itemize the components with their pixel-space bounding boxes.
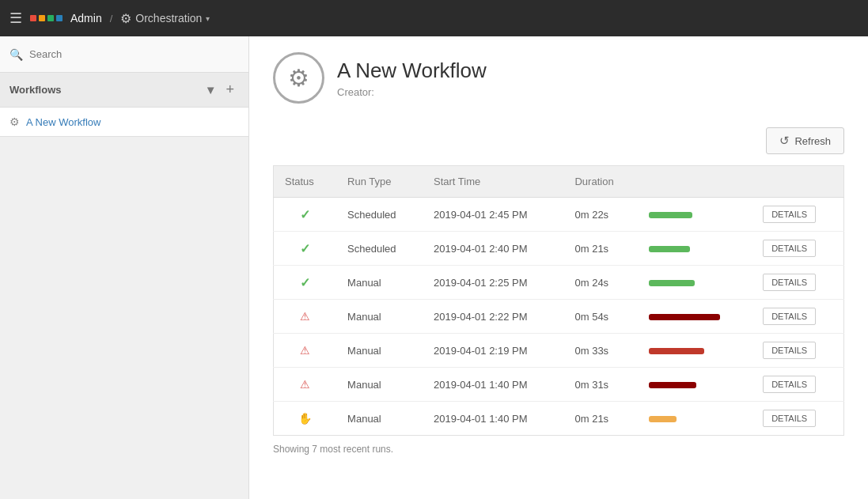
refresh-icon: ↺ (779, 134, 790, 148)
table-row: ⚠ Manual 2019-04-01 1:40 PM 0m 31s DETAI… (274, 368, 844, 402)
table-header-row: Status Run Type Start Time Duration (274, 166, 844, 198)
cell-duration: 0m 21s (563, 402, 638, 436)
table-row: ⚠ Manual 2019-04-01 2:22 PM 0m 54s DETAI… (274, 300, 844, 334)
cell-bar (638, 334, 752, 368)
duration-bar (649, 280, 695, 286)
cell-details: DETAILS (752, 300, 843, 334)
cell-run-type: Manual (336, 266, 423, 300)
cell-details: DETAILS (752, 266, 843, 300)
search-input[interactable] (29, 48, 239, 60)
status-warn-icon: ⚠ (300, 310, 310, 323)
runs-table: Status Run Type Start Time Duration ✓ Sc… (273, 165, 844, 436)
col-header-bar (638, 166, 752, 198)
duration-bar (649, 314, 720, 320)
cell-start-time: 2019-04-01 1:40 PM (423, 402, 563, 436)
details-button[interactable]: DETAILS (763, 206, 816, 223)
cell-details: DETAILS (752, 368, 843, 402)
cell-bar (638, 198, 752, 232)
sidebar-item-new-workflow[interactable]: ⚙ A New Workflow (0, 108, 248, 137)
status-warn-icon: ⚠ (300, 344, 310, 357)
top-navigation: ☰ Admin / ⚙ Orchestration ▾ (0, 0, 868, 36)
cell-start-time: 2019-04-01 2:22 PM (423, 300, 563, 334)
add-workflow-button[interactable]: + (221, 78, 239, 101)
cell-details: DETAILS (752, 198, 843, 232)
cell-start-time: 2019-04-01 1:40 PM (423, 368, 563, 402)
cell-status: ⚠ (274, 334, 337, 368)
cell-details: DETAILS (752, 232, 843, 266)
cell-start-time: 2019-04-01 2:19 PM (423, 334, 563, 368)
workflows-header: Workflows ▼ + (0, 73, 248, 108)
col-header-status: Status (274, 166, 337, 198)
duration-bar (649, 246, 690, 252)
cell-bar (638, 402, 752, 436)
table-row: ⚠ Manual 2019-04-01 2:19 PM 0m 33s DETAI… (274, 334, 844, 368)
status-check-icon: ✓ (300, 242, 310, 255)
cell-bar (638, 266, 752, 300)
refresh-label: Refresh (794, 135, 831, 147)
refresh-bar: ↺ Refresh (273, 127, 844, 154)
cell-run-type: Scheduled (336, 232, 423, 266)
col-header-run-type: Run Type (336, 166, 423, 198)
col-header-actions (752, 166, 843, 198)
workflow-title: A New Workflow (337, 59, 487, 83)
orchestration-gear-icon: ⚙ (120, 11, 131, 26)
cell-status: ✓ (274, 198, 337, 232)
cell-details: DETAILS (752, 402, 843, 436)
main-layout: 🔍 Workflows ▼ + ⚙ A New Workflow ⚙ A New… (0, 36, 868, 499)
admin-label: Admin (70, 12, 102, 25)
cell-status: ⚠ (274, 300, 337, 334)
orchestration-nav[interactable]: ⚙ Orchestration ▾ (120, 11, 210, 26)
duration-bar (649, 348, 704, 354)
status-check-icon: ✓ (300, 276, 310, 289)
cell-status: ✋ (274, 402, 337, 436)
details-button[interactable]: DETAILS (763, 308, 816, 325)
cell-bar (638, 232, 752, 266)
details-button[interactable]: DETAILS (763, 376, 816, 393)
filter-button[interactable]: ▼ (200, 80, 222, 100)
cell-bar (638, 300, 752, 334)
orchestration-dropdown-icon[interactable]: ▾ (206, 14, 210, 23)
cell-start-time: 2019-04-01 2:25 PM (423, 266, 563, 300)
cell-details: DETAILS (752, 334, 843, 368)
table-row: ✓ Manual 2019-04-01 2:25 PM 0m 24s DETAI… (274, 266, 844, 300)
hamburger-menu-icon[interactable]: ☰ (9, 9, 22, 27)
cell-status: ⚠ (274, 368, 337, 402)
col-header-start-time: Start Time (423, 166, 563, 198)
cell-start-time: 2019-04-01 2:45 PM (423, 198, 563, 232)
cell-duration: 0m 33s (563, 334, 638, 368)
details-button[interactable]: DETAILS (763, 342, 816, 359)
cell-run-type: Manual (336, 368, 423, 402)
refresh-button[interactable]: ↺ Refresh (766, 127, 844, 154)
workflow-item-label: A New Workflow (26, 116, 100, 128)
search-icon: 🔍 (9, 48, 23, 61)
cell-duration: 0m 22s (563, 198, 638, 232)
cell-start-time: 2019-04-01 2:40 PM (423, 232, 563, 266)
search-bar: 🔍 (0, 36, 248, 73)
cell-run-type: Manual (336, 300, 423, 334)
footer-label: Showing 7 most recent runs. (273, 444, 844, 455)
cell-status: ✓ (274, 232, 337, 266)
cell-run-type: Manual (336, 334, 423, 368)
table-row: ✓ Scheduled 2019-04-01 2:45 PM 0m 22s DE… (274, 198, 844, 232)
workflow-icon-circle: ⚙ (273, 52, 324, 104)
status-check-icon: ✓ (300, 208, 310, 221)
status-pending-icon: ✋ (298, 412, 312, 425)
duration-bar (649, 382, 696, 388)
app-logo (30, 15, 63, 21)
col-header-duration: Duration (563, 166, 638, 198)
table-row: ✋ Manual 2019-04-01 1:40 PM 0m 21s DETAI… (274, 402, 844, 436)
cell-run-type: Scheduled (336, 198, 423, 232)
cell-bar (638, 368, 752, 402)
duration-bar (649, 416, 677, 422)
orchestration-label: Orchestration (135, 12, 202, 25)
cell-duration: 0m 21s (563, 232, 638, 266)
duration-bar (649, 212, 692, 218)
cell-duration: 0m 24s (563, 266, 638, 300)
workflow-info: A New Workflow Creator: (337, 59, 487, 98)
workflows-label: Workflows (9, 84, 200, 96)
cell-status: ✓ (274, 266, 337, 300)
details-button[interactable]: DETAILS (763, 410, 816, 427)
details-button[interactable]: DETAILS (763, 240, 816, 257)
workflow-creator: Creator: (337, 86, 487, 98)
details-button[interactable]: DETAILS (763, 274, 816, 291)
